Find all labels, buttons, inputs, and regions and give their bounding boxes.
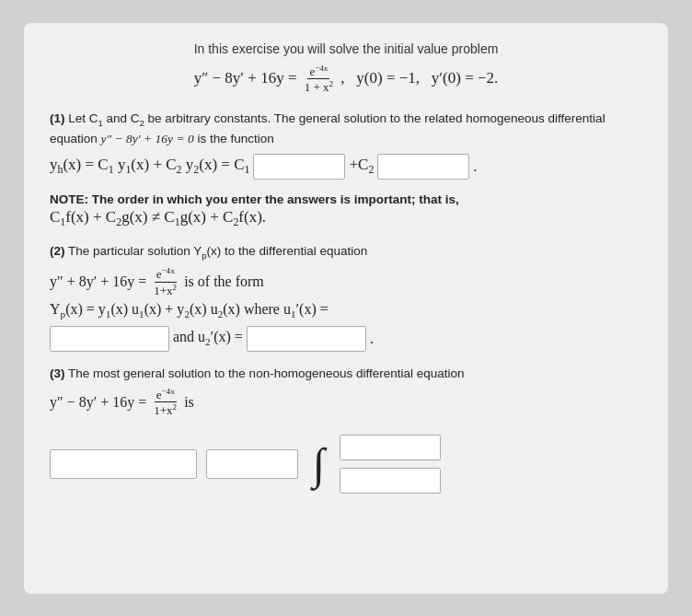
section3-denominator: 1+x2 bbox=[152, 402, 179, 418]
section-1: (1) Let C1 and C2 be arbitrary constants… bbox=[50, 110, 642, 180]
main-equation: y″ − 8y′ + 16y = e−4x 1 + x2 , y(0) = −1… bbox=[50, 64, 642, 95]
main-container: In this exercise you will solve the init… bbox=[24, 23, 668, 594]
section-3: (3) The most general solution to the non… bbox=[50, 365, 642, 419]
section3-numerator: e−4x bbox=[155, 387, 177, 403]
section2-period: . bbox=[370, 331, 374, 347]
section1-input-2[interactable] bbox=[377, 154, 469, 180]
note-equation: C1f(x) + C2g(x) ≠ C1g(x) + C2f(x). bbox=[50, 208, 642, 229]
integral-symbol: ∫ bbox=[313, 442, 325, 486]
bottom-input-3-bottom[interactable] bbox=[340, 468, 441, 494]
section2-denominator: 1+x2 bbox=[152, 283, 179, 298]
section2-u2-input[interactable] bbox=[247, 326, 366, 352]
section1-eq-lhs: yh(x) = C1 y1(x) + C2 y2(x) = C1 bbox=[50, 156, 249, 177]
bottom-row: ∫ bbox=[50, 435, 642, 494]
bottom-input-2[interactable] bbox=[206, 449, 298, 479]
section1-text: (1) Let C1 and C2 be arbitrary constants… bbox=[50, 110, 642, 148]
note-bold-text: NOTE: The order in which you enter the a… bbox=[50, 192, 642, 206]
section3-text: (3) The most general solution to the non… bbox=[50, 365, 642, 383]
section2-eq1-lhs: y″ + 8y′ + 16y = bbox=[50, 273, 146, 290]
main-eq-numerator: e−4x bbox=[307, 64, 329, 80]
section1-equation: yh(x) = C1 y1(x) + C2 y2(x) = C1 +C2 . bbox=[50, 154, 642, 180]
section-2: (2) The particular solution Yp(x) to the… bbox=[50, 242, 642, 351]
main-eq-lhs: y″ − 8y′ + 16y = bbox=[194, 69, 297, 87]
section2-eq1: y″ + 8y′ + 16y = e−4x 1+x2 is of the for… bbox=[50, 266, 642, 297]
section2-is-of-form: is of the form bbox=[184, 273, 264, 290]
section3-eq-lhs: y″ − 8y′ + 16y = bbox=[50, 394, 146, 411]
section2-text: (2) The particular solution Yp(x) to the… bbox=[50, 242, 642, 262]
section1-period: . bbox=[473, 157, 477, 176]
section2-eq2-text: Yp(x) = y1(x) u1(x) + y2(x) u2(x) where … bbox=[50, 301, 329, 320]
section1-input-1[interactable] bbox=[253, 154, 345, 180]
section3-equation: y″ − 8y′ + 16y = e−4x 1+x2 is bbox=[50, 387, 642, 418]
main-eq-frac: e−4x 1 + x2 bbox=[301, 69, 341, 87]
main-eq-conditions: , y(0) = −1, y′(0) = −2. bbox=[340, 69, 498, 87]
section2-numerator: e−4x bbox=[155, 266, 177, 283]
section1-plus-c2: +C2 bbox=[349, 156, 374, 177]
bottom-input-3-top[interactable] bbox=[340, 435, 441, 460]
note-section: NOTE: The order in which you enter the a… bbox=[50, 192, 642, 229]
section2-u1-input[interactable] bbox=[50, 326, 169, 352]
section2-eq2: Yp(x) = y1(x) u1(x) + y2(x) u2(x) where … bbox=[50, 301, 642, 320]
section2-inputs-row: and u2′(x) = . bbox=[50, 326, 642, 352]
intro-text: In this exercise you will solve the init… bbox=[50, 41, 642, 56]
bottom-stacked-inputs bbox=[340, 435, 441, 494]
section2-and-text: and u2′(x) = bbox=[173, 329, 243, 347]
bottom-input-1[interactable] bbox=[50, 449, 197, 479]
section3-is: is bbox=[184, 394, 194, 411]
main-eq-denominator: 1 + x2 bbox=[303, 79, 335, 95]
